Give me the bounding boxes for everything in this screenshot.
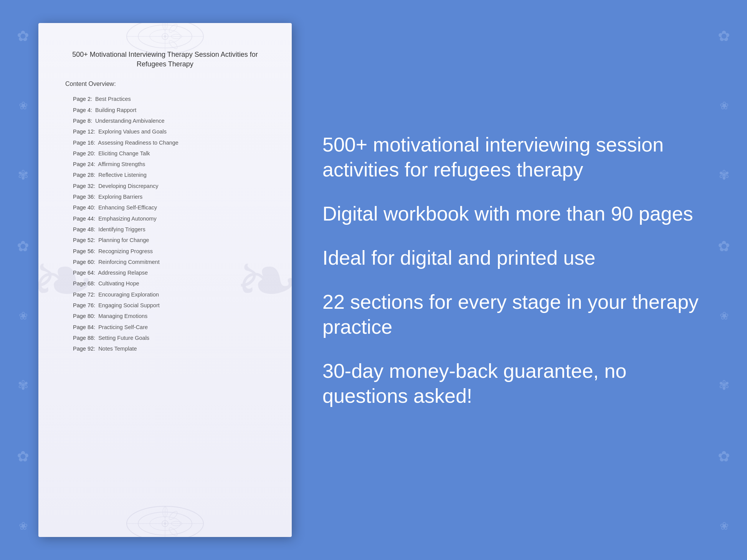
toc-topic: Recognizing Progress	[98, 248, 153, 254]
toc-page-number: Page 24:	[73, 161, 95, 167]
toc-topic: Affirming Strengths	[98, 161, 145, 167]
toc-topic: Exploring Values and Goals	[98, 128, 167, 135]
toc-page-number: Page 92:	[73, 346, 95, 352]
toc-item: Page 92: Notes Template	[65, 343, 265, 354]
flower-icon-5: ❀	[19, 310, 28, 322]
info-block-0: 500+ motivational interviewing session a…	[322, 132, 699, 182]
svg-point-17	[164, 522, 166, 525]
toc-topic: Cultivating Hope	[98, 280, 139, 287]
watermark-side-left: ❧	[38, 236, 95, 325]
toc-topic: Addressing Relapse	[98, 270, 148, 276]
toc-page-number: Page 88:	[73, 335, 95, 341]
document-page: ❧ ❧ 500+ Motivational Interviewing Thera…	[38, 23, 292, 537]
info-text: 30-day money-back guarantee, no question…	[322, 359, 699, 408]
toc-page-number: Page 20:	[73, 150, 95, 156]
info-block-1: Digital workbook with more than 90 pages	[322, 201, 699, 226]
info-text: Digital workbook with more than 90 pages	[322, 201, 699, 226]
toc-item: Page 20: Eliciting Change Talk	[65, 148, 265, 159]
flower-icon-1: ✿	[17, 28, 29, 44]
flower-icon-6: ✾	[18, 377, 28, 393]
svg-point-6	[164, 35, 166, 38]
flower-icon-7: ✿	[17, 448, 29, 465]
toc-topic: Reinforcing Commitment	[98, 259, 160, 265]
toc-topic: Practicing Self-Care	[98, 324, 148, 330]
toc-topic: Setting Future Goals	[98, 335, 149, 341]
info-text: 500+ motivational interviewing session a…	[322, 132, 699, 182]
toc-item: Page 16: Assessing Readiness to Change	[65, 137, 265, 148]
toc-page-number: Page 2:	[73, 96, 92, 102]
toc-topic: Identifying Triggers	[98, 226, 145, 232]
watermark-side-right: ❧	[235, 236, 292, 325]
toc-item: Page 48: Identifying Triggers	[65, 224, 265, 235]
toc-page-number: Page 4:	[73, 107, 92, 113]
watermark-bottom	[107, 499, 223, 537]
toc-topic: Eliciting Change Talk	[98, 150, 150, 156]
toc-page-number: Page 44:	[73, 216, 95, 222]
toc-page-number: Page 48:	[73, 226, 95, 232]
toc-item: Page 88: Setting Future Goals	[65, 333, 265, 343]
toc-topic: Managing Emotions	[98, 313, 147, 319]
info-text: 22 sections for every stage in your ther…	[322, 290, 699, 339]
toc-topic: Engaging Social Support	[98, 302, 160, 308]
toc-topic: Notes Template	[98, 346, 137, 352]
info-panel: 500+ motivational interviewing session a…	[307, 0, 729, 560]
toc-item: Page 36: Exploring Barriers	[65, 191, 265, 202]
toc-item: Page 12: Exploring Values and Goals	[65, 126, 265, 137]
toc-topic: Enhancing Self-Efficacy	[98, 204, 157, 211]
toc-topic: Emphasizing Autonomy	[98, 216, 157, 222]
toc-page-number: Page 84:	[73, 324, 95, 330]
info-block-2: Ideal for digital and printed use	[322, 245, 699, 270]
toc-item: Page 8: Understanding Ambivalence	[65, 115, 265, 126]
toc-page-number: Page 8:	[73, 118, 92, 124]
info-text: Ideal for digital and printed use	[322, 245, 699, 270]
toc-topic: Assessing Readiness to Change	[98, 140, 178, 146]
toc-page-number: Page 16:	[73, 140, 95, 146]
toc-page-number: Page 12:	[73, 128, 95, 135]
toc-topic: Best Practices	[95, 96, 131, 102]
watermark-top	[107, 23, 223, 61]
toc-item: Page 24: Affirming Strengths	[65, 159, 265, 170]
toc-topic: Understanding Ambivalence	[95, 118, 165, 124]
toc-topic: Building Rapport	[95, 107, 136, 113]
toc-page-number: Page 32:	[73, 183, 95, 189]
flower-icon-3: ✾	[18, 167, 28, 183]
flower-icon-8: ❀	[19, 520, 28, 532]
flower-icon-2: ❀	[19, 99, 28, 112]
toc-page-number: Page 28:	[73, 172, 95, 178]
toc-topic: Reflective Listening	[98, 172, 147, 178]
toc-page-number: Page 40:	[73, 204, 95, 211]
toc-item: Page 4: Building Rapport	[65, 105, 265, 115]
info-block-3: 22 sections for every stage in your ther…	[322, 290, 699, 339]
content-overview-label: Content Overview:	[65, 81, 265, 87]
toc-page-number: Page 36:	[73, 194, 95, 200]
toc-item: Page 28: Reflective Listening	[65, 170, 265, 180]
info-block-4: 30-day money-back guarantee, no question…	[322, 359, 699, 408]
toc-topic: Developing Discrepancy	[98, 183, 158, 189]
toc-item: Page 32: Developing Discrepancy	[65, 181, 265, 191]
toc-topic: Encouraging Exploration	[98, 292, 159, 298]
toc-topic: Exploring Barriers	[98, 194, 142, 200]
flower-icon-4: ✿	[17, 238, 29, 255]
toc-item: Page 2: Best Practices	[65, 94, 265, 104]
toc-topic: Planning for Change	[98, 237, 149, 243]
toc-item: Page 44: Emphasizing Autonomy	[65, 213, 265, 224]
toc-item: Page 40: Enhancing Self-Efficacy	[65, 202, 265, 213]
